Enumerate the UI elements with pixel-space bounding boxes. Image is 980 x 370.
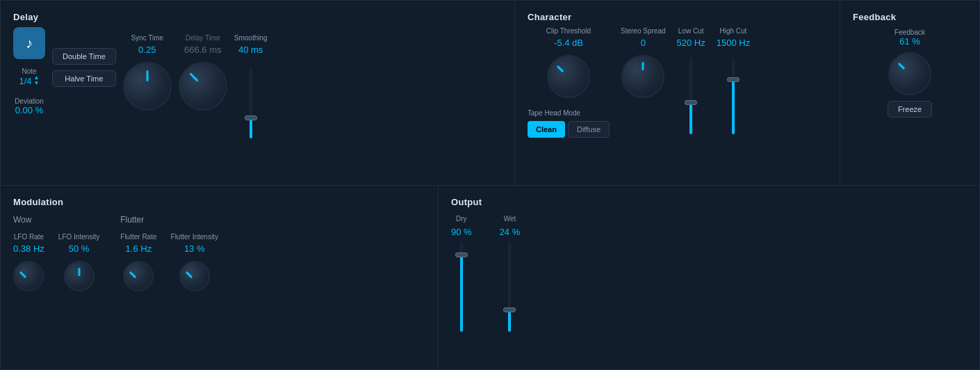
freeze-button[interactable]: Freeze bbox=[888, 101, 932, 118]
music-note-button[interactable]: ♪ bbox=[13, 27, 45, 59]
delay-time-knob[interactable] bbox=[179, 62, 227, 111]
flutter-intensity-knob[interactable] bbox=[179, 261, 210, 291]
lfo-rate-value: 0.38 Hz bbox=[13, 243, 44, 254]
wet-label: Wet bbox=[504, 215, 516, 223]
low-cut-slider[interactable] bbox=[689, 58, 692, 134]
delay-title: Delay bbox=[13, 12, 38, 22]
flutter-intensity-label: Flutter Intensity bbox=[171, 233, 218, 241]
wow-label: Wow bbox=[13, 215, 99, 225]
high-cut-label: High Cut bbox=[719, 27, 746, 35]
feedback-title: Feedback bbox=[853, 12, 896, 22]
sync-time-group: Sync Time 0.25 bbox=[123, 34, 172, 111]
delay-left-controls: ♪ Note 1/4 ▲▼ Deviation 0.00 % bbox=[13, 27, 45, 115]
stereo-spread-group: Stereo Spread 0 bbox=[621, 27, 666, 138]
lfo-intensity-group: LFO Intensity 50 % bbox=[58, 233, 99, 291]
stereo-spread-value: 0 bbox=[641, 38, 646, 48]
low-cut-group: Low Cut 520 Hz bbox=[677, 27, 705, 138]
low-cut-value: 520 Hz bbox=[677, 38, 705, 48]
delay-panel: Delay ♪ Note 1/4 ▲▼ Deviation 0.00 % bbox=[1, 1, 515, 185]
dry-slider-group: Dry 90 % bbox=[451, 215, 472, 332]
note-value-container: 1/4 ▲▼ bbox=[19, 75, 40, 86]
wow-section: Wow LFO Rate 0.38 Hz LFO Intensity 50 % bbox=[13, 215, 99, 291]
time-buttons: Double Time Halve Time bbox=[52, 48, 116, 87]
lfo-intensity-value: 50 % bbox=[69, 243, 90, 254]
delay-time-label: Delay Time bbox=[186, 34, 220, 42]
sync-time-knob[interactable] bbox=[123, 62, 172, 111]
app-container: Delay ♪ Note 1/4 ▲▼ Deviation 0.00 % bbox=[0, 0, 980, 370]
output-sliders: Dry 90 % Wet 24 % bbox=[451, 215, 967, 332]
sync-time-label: Sync Time bbox=[131, 34, 163, 42]
double-time-button[interactable]: Double Time bbox=[52, 48, 116, 65]
note-value: 1/4 bbox=[19, 76, 32, 86]
high-cut-slider[interactable] bbox=[732, 58, 735, 134]
deviation-value: 0.00 % bbox=[15, 105, 44, 115]
smoothing-group: Smoothing 40 ms bbox=[234, 34, 268, 138]
feedback-knob[interactable] bbox=[888, 52, 931, 95]
feedback-controls: Feedback 61 % Freeze bbox=[853, 29, 967, 118]
modulation-panel: Modulation Wow LFO Rate 0.38 Hz LFO Inte… bbox=[1, 186, 439, 370]
clip-threshold-label: Clip Threshold bbox=[546, 27, 591, 35]
low-cut-label: Low Cut bbox=[678, 27, 704, 35]
dry-value: 90 % bbox=[451, 227, 472, 237]
flutter-rate-value: 1.6 Hz bbox=[126, 243, 152, 254]
flutter-section: Flutter Flutter Rate 1.6 Hz Flutter Inte… bbox=[120, 215, 218, 291]
lfo-rate-knob[interactable] bbox=[13, 261, 44, 291]
delay-inner: ♪ Note 1/4 ▲▼ Deviation 0.00 % bbox=[13, 27, 502, 138]
deviation-label: Deviation bbox=[15, 97, 44, 105]
tape-mode-buttons: Clean Diffuse bbox=[528, 121, 610, 138]
lfo-intensity-knob[interactable] bbox=[64, 261, 95, 291]
sync-time-value: 0.25 bbox=[138, 45, 156, 55]
flutter-intensity-group: Flutter Intensity 13 % bbox=[171, 233, 218, 291]
clip-threshold-knob[interactable] bbox=[547, 55, 590, 98]
modulation-title: Modulation bbox=[13, 197, 63, 207]
tape-head-mode-label: Tape Head Mode bbox=[528, 109, 610, 117]
clip-threshold-value: -5.4 dB bbox=[554, 38, 583, 48]
lfo-rate-label: LFO Rate bbox=[14, 233, 44, 241]
delay-time-value: 666.6 ms bbox=[184, 45, 221, 55]
smoothing-value: 40 ms bbox=[238, 45, 263, 55]
flutter-rate-knob[interactable] bbox=[123, 261, 154, 291]
flutter-rate-label: Flutter Rate bbox=[120, 233, 156, 241]
halve-time-button[interactable]: Halve Time bbox=[52, 70, 116, 87]
smoothing-slider[interactable] bbox=[250, 69, 252, 138]
feedback-label: Feedback bbox=[895, 29, 925, 36]
flutter-label: Flutter bbox=[120, 215, 218, 225]
character-panel: Character Clip Threshold -5.4 dB Tape He… bbox=[515, 1, 840, 185]
output-panel: Output Dry 90 % Wet 24 % bbox=[439, 186, 979, 370]
feedback-panel: Feedback Feedback 61 % Freeze bbox=[840, 1, 979, 185]
clean-button[interactable]: Clean bbox=[528, 121, 565, 138]
lfo-rate-group: LFO Rate 0.38 Hz bbox=[13, 233, 44, 291]
delay-time-group: Delay Time 666.6 ms bbox=[179, 34, 227, 111]
lfo-intensity-label: LFO Intensity bbox=[58, 233, 99, 241]
output-title: Output bbox=[451, 197, 482, 207]
dry-slider[interactable] bbox=[460, 241, 463, 332]
stereo-spread-label: Stereo Spread bbox=[621, 27, 666, 35]
high-cut-group: High Cut 1500 Hz bbox=[717, 27, 750, 138]
wow-knobs: LFO Rate 0.38 Hz LFO Intensity 50 % bbox=[13, 233, 99, 291]
stereo-spread-knob[interactable] bbox=[621, 55, 664, 98]
character-title: Character bbox=[528, 12, 571, 22]
flutter-knobs: Flutter Rate 1.6 Hz Flutter Intensity 13… bbox=[120, 233, 218, 291]
note-arrows[interactable]: ▲▼ bbox=[34, 75, 40, 86]
wet-slider[interactable] bbox=[508, 241, 511, 332]
wet-value: 24 % bbox=[500, 227, 521, 237]
smoothing-label: Smoothing bbox=[234, 34, 268, 42]
wet-slider-group: Wet 24 % bbox=[500, 215, 521, 332]
character-inner: Clip Threshold -5.4 dB Tape Head Mode Cl… bbox=[528, 27, 827, 138]
flutter-intensity-value: 13 % bbox=[184, 243, 205, 254]
flutter-rate-group: Flutter Rate 1.6 Hz bbox=[120, 233, 156, 291]
diffuse-button[interactable]: Diffuse bbox=[568, 121, 610, 138]
clip-threshold-group: Clip Threshold -5.4 dB Tape Head Mode Cl… bbox=[528, 27, 610, 138]
top-section: Delay ♪ Note 1/4 ▲▼ Deviation 0.00 % bbox=[1, 1, 979, 186]
dry-label: Dry bbox=[456, 215, 467, 223]
bottom-section: Modulation Wow LFO Rate 0.38 Hz LFO Inte… bbox=[1, 186, 979, 370]
feedback-value: 61 % bbox=[899, 36, 920, 47]
mod-sections: Wow LFO Rate 0.38 Hz LFO Intensity 50 % bbox=[13, 215, 425, 291]
high-cut-value: 1500 Hz bbox=[717, 38, 750, 48]
